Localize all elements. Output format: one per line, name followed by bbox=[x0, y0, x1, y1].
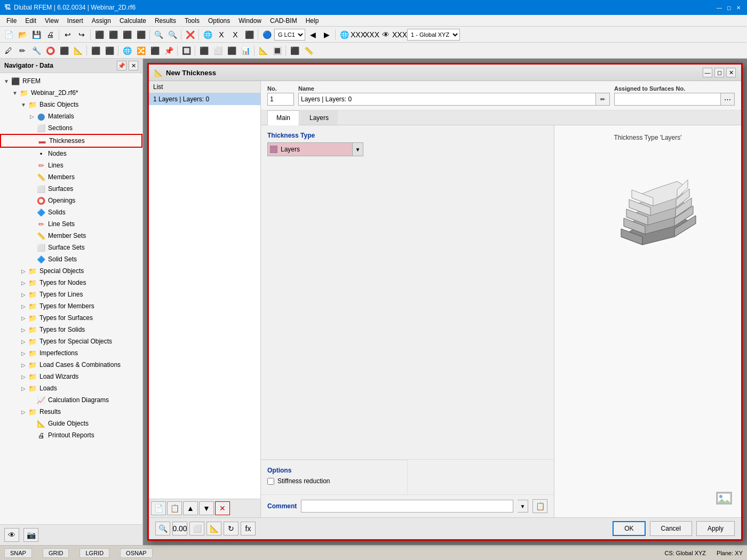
tb2-btn-1[interactable]: 🖊 bbox=[2, 44, 15, 57]
tb2-btn-8[interactable]: ⬛ bbox=[103, 44, 116, 57]
list-up-button[interactable]: ▲ bbox=[183, 501, 198, 515]
tb2-btn-6[interactable]: 📐 bbox=[71, 44, 84, 57]
menu-edit[interactable]: Edit bbox=[21, 16, 41, 26]
tree-types-lines[interactable]: ▷ 📁 Types for Lines bbox=[0, 289, 142, 300]
tree-types-members[interactable]: ▷ 📁 Types for Members bbox=[0, 300, 142, 312]
tb2-btn-13[interactable]: 🔲 bbox=[180, 44, 193, 57]
menu-help[interactable]: Help bbox=[301, 16, 323, 26]
tb-btn-10[interactable]: 🌐 bbox=[201, 28, 214, 41]
open-button[interactable]: 📂 bbox=[16, 28, 29, 41]
next-lc[interactable]: ▶ bbox=[320, 28, 333, 41]
tb2-btn-3[interactable]: 🔧 bbox=[30, 44, 43, 57]
tree-load-wizards[interactable]: ▷ 📁 Load Wizards bbox=[0, 371, 142, 382]
nav-btn-eye[interactable]: 👁 bbox=[4, 528, 19, 542]
tree-root-rfem[interactable]: ▼ ⬛ RFEM bbox=[0, 75, 142, 87]
tb2-btn-17[interactable]: 📊 bbox=[239, 44, 252, 57]
tree-solid-sets[interactable]: 🔷 Solid Sets bbox=[0, 253, 142, 265]
cancel-button[interactable]: Cancel bbox=[650, 521, 692, 536]
tb-btn-17[interactable]: XXX bbox=[365, 28, 378, 41]
tb-btn-4[interactable]: ⬛ bbox=[107, 28, 120, 41]
tree-openings[interactable]: ⭕ Openings bbox=[0, 195, 142, 206]
tb2-btn-11[interactable]: ⬛ bbox=[148, 44, 161, 57]
tree-results[interactable]: ▷ 📁 Results bbox=[0, 406, 142, 418]
tree-thicknesses[interactable]: ▬ Thicknesses bbox=[0, 134, 142, 148]
tb2-btn-14[interactable]: ⬛ bbox=[197, 44, 210, 57]
menu-insert[interactable]: Insert bbox=[63, 16, 88, 26]
list-duplicate-button[interactable]: 📋 bbox=[167, 501, 182, 515]
save-button[interactable]: 💾 bbox=[30, 28, 43, 41]
tb2-btn-18[interactable]: 📐 bbox=[257, 44, 269, 57]
tree-surfaces[interactable]: ⬜ Surfaces bbox=[0, 183, 142, 195]
tb2-btn-10[interactable]: 🔀 bbox=[134, 44, 147, 57]
bottom-fx-button[interactable]: fx bbox=[241, 522, 256, 535]
no-input[interactable] bbox=[267, 93, 294, 106]
tb-btn-8[interactable]: 🔍 bbox=[166, 28, 179, 41]
menu-view[interactable]: View bbox=[41, 16, 63, 26]
comment-edit-button[interactable]: 📋 bbox=[533, 499, 547, 513]
bottom-search-button[interactable]: 🔍 bbox=[155, 522, 170, 535]
tb2-btn-21[interactable]: 📏 bbox=[302, 44, 315, 57]
tb-btn-3[interactable]: ⬛ bbox=[93, 28, 106, 41]
tb-btn-12[interactable]: X bbox=[229, 28, 242, 41]
tb2-btn-9[interactable]: 🌐 bbox=[121, 44, 133, 57]
menu-cad-bim[interactable]: CAD-BIM bbox=[266, 16, 301, 26]
tree-member-sets[interactable]: 📏 Member Sets bbox=[0, 230, 142, 242]
tree-materials[interactable]: ▷ ⬤ Materials bbox=[0, 110, 142, 122]
tree-guide-objects[interactable]: 📐 Guide Objects bbox=[0, 418, 142, 429]
tree-types-surfaces[interactable]: ▷ 📁 Types for Surfaces bbox=[0, 312, 142, 324]
tree-lines[interactable]: ✏ Lines bbox=[0, 159, 142, 171]
name-input[interactable] bbox=[298, 93, 596, 106]
list-delete-button[interactable]: ✕ bbox=[215, 501, 230, 515]
tree-basic-objects[interactable]: ▼ 📁 Basic Objects bbox=[0, 99, 142, 110]
tree-sections[interactable]: ⬜ Sections bbox=[0, 122, 142, 134]
list-item-1[interactable]: 1 Layers | Layers: 0 bbox=[149, 93, 260, 105]
assign-browse-button[interactable]: ⋯ bbox=[721, 93, 735, 106]
prev-lc[interactable]: ◀ bbox=[306, 28, 319, 41]
tree-types-special[interactable]: ▷ 📁 Types for Special Objects bbox=[0, 335, 142, 347]
assign-input[interactable] bbox=[614, 93, 721, 106]
menu-file[interactable]: File bbox=[2, 16, 21, 26]
tree-calc-diagrams[interactable]: 📈 Calculation Diagrams bbox=[0, 394, 142, 406]
tb2-btn-4[interactable]: ⭕ bbox=[44, 44, 57, 57]
status-osnap[interactable]: OSNAP bbox=[120, 548, 153, 558]
dialog-close-button[interactable]: ✕ bbox=[726, 68, 736, 77]
comment-input[interactable] bbox=[301, 500, 513, 513]
stiffness-reduction-checkbox[interactable] bbox=[267, 478, 274, 485]
menu-assign[interactable]: Assign bbox=[88, 16, 115, 26]
bottom-rect-button[interactable]: ⬜ bbox=[189, 522, 204, 535]
type-select-arrow[interactable]: ▼ bbox=[353, 142, 363, 156]
tree-project[interactable]: ▼ 📁 Webinar_2D.rf6* bbox=[0, 87, 142, 99]
tb-btn-14[interactable]: 🔵 bbox=[260, 28, 273, 41]
tb2-btn-5[interactable]: ⬛ bbox=[58, 44, 70, 57]
tb2-btn-12[interactable]: 📌 bbox=[162, 44, 175, 57]
tree-imperfections[interactable]: ▷ 📁 Imperfections bbox=[0, 347, 142, 359]
redo-button[interactable]: ↪ bbox=[75, 28, 88, 41]
tree-surface-sets[interactable]: ⬜ Surface Sets bbox=[0, 242, 142, 253]
list-add-button[interactable]: 📄 bbox=[151, 501, 166, 515]
tree-nodes[interactable]: • Nodes bbox=[0, 148, 142, 159]
tb-btn-7[interactable]: 🔍 bbox=[152, 28, 165, 41]
tb-btn-15[interactable]: 🌐 bbox=[338, 28, 351, 41]
menu-tools[interactable]: Tools bbox=[180, 16, 204, 26]
apply-button[interactable]: Apply bbox=[696, 521, 735, 536]
close-button[interactable]: ✕ bbox=[734, 3, 743, 12]
tree-load-cases[interactable]: ▷ 📁 Load Cases & Combinations bbox=[0, 359, 142, 371]
comment-dropdown-arrow[interactable]: ▼ bbox=[518, 500, 528, 513]
print-button[interactable]: 🖨 bbox=[44, 28, 57, 41]
view-combo[interactable]: 1 - Global XYZ bbox=[407, 29, 460, 41]
tb2-btn-19[interactable]: 🔳 bbox=[271, 44, 283, 57]
thickness-type-select[interactable]: Layers bbox=[267, 142, 353, 156]
tab-main[interactable]: Main bbox=[267, 110, 299, 125]
tab-layers[interactable]: Layers bbox=[300, 110, 338, 125]
tb-btn-13[interactable]: ⬛ bbox=[243, 28, 256, 41]
name-edit-button[interactable]: ✏ bbox=[596, 93, 610, 106]
tree-members[interactable]: 📏 Members bbox=[0, 171, 142, 183]
tb2-btn-20[interactable]: ⬛ bbox=[288, 44, 301, 57]
tb-btn-11[interactable]: X bbox=[215, 28, 228, 41]
bottom-refresh-button[interactable]: ↻ bbox=[224, 522, 239, 535]
status-lgrid[interactable]: LGRID bbox=[80, 548, 109, 558]
tb-btn-19[interactable]: XXX bbox=[393, 28, 406, 41]
menu-results[interactable]: Results bbox=[150, 16, 180, 26]
bottom-num-button[interactable]: 0.00 bbox=[172, 522, 187, 535]
undo-button[interactable]: ↩ bbox=[61, 28, 74, 41]
